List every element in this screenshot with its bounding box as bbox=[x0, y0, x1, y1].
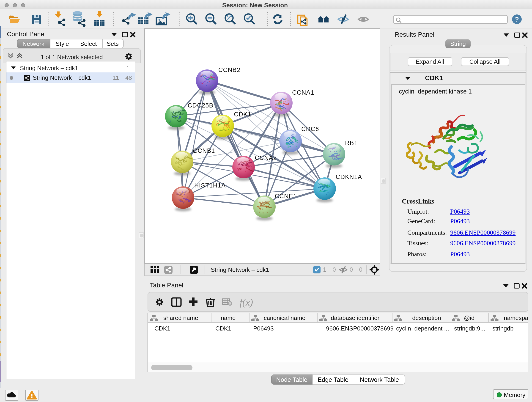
svg-text:CCNE1: CCNE1 bbox=[274, 193, 297, 200]
svg-text:HIST1H1A: HIST1H1A bbox=[194, 182, 225, 189]
svg-text:namespace: namespace bbox=[504, 314, 528, 321]
svg-text:CCNB2: CCNB2 bbox=[218, 66, 240, 73]
svg-text:shared name: shared name bbox=[163, 314, 198, 321]
svg-text:CDKN1A: CDKN1A bbox=[336, 173, 362, 180]
svg-text:f(x): f(x) bbox=[239, 297, 253, 307]
svg-text:1 – 0: 1 – 0 bbox=[323, 266, 336, 273]
svg-text:RB1: RB1 bbox=[345, 140, 358, 147]
svg-text:CCNB1: CCNB1 bbox=[193, 147, 215, 154]
svg-text:CDC25B: CDC25B bbox=[187, 102, 213, 109]
svg-text:description: description bbox=[412, 314, 441, 321]
svg-text:?: ? bbox=[515, 15, 519, 23]
svg-text:@id: @id bbox=[464, 314, 475, 321]
svg-text:CDK1: CDK1 bbox=[234, 111, 251, 118]
svg-text:0 – 0: 0 – 0 bbox=[349, 266, 362, 273]
svg-text:String Network – cdk1: String Network – cdk1 bbox=[210, 266, 269, 273]
svg-text:canonical name: canonical name bbox=[264, 314, 305, 321]
svg-text:database identifier: database identifier bbox=[331, 314, 380, 321]
svg-text:CCNA1: CCNA1 bbox=[292, 89, 314, 96]
svg-text:CCNA2: CCNA2 bbox=[254, 154, 277, 161]
svg-text:name: name bbox=[220, 314, 235, 321]
svg-text:CDC6: CDC6 bbox=[301, 126, 319, 133]
